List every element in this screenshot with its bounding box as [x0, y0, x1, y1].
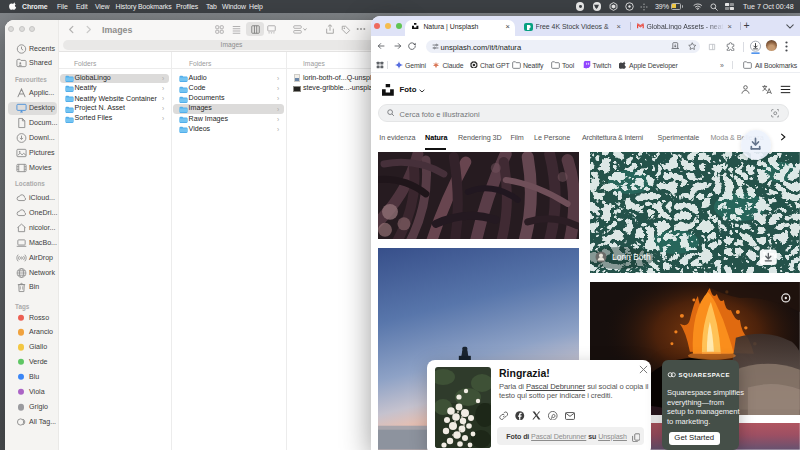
svg-text:Lorin Both: Lorin Both [612, 251, 651, 261]
